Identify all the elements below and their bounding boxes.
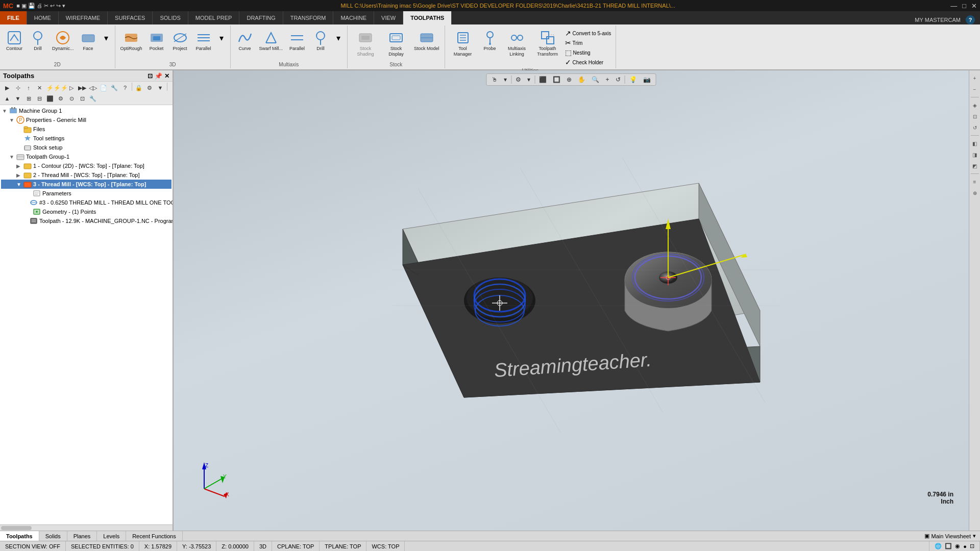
tp-btn-toggle-op[interactable]: ▲ [2, 93, 12, 104]
btn-swarf-mill[interactable]: Swarf Mill... [257, 29, 285, 53]
tp-btn-up[interactable]: ↑ [23, 83, 34, 93]
expand-properties[interactable]: ▼ [9, 117, 16, 123]
bottom-tab-planes[interactable]: Planes [67, 531, 97, 541]
tp-btn-simulate[interactable]: ▶▶ [77, 83, 87, 93]
strip-btn-4[interactable]: ⊡ [970, 112, 979, 121]
viewsheet-dropdown[interactable]: ▾ [973, 533, 976, 539]
h-scrollbar[interactable] [0, 524, 173, 531]
vp-select-btn[interactable]: ⬛ [537, 75, 549, 84]
tp-btn-toggle-all[interactable]: ▼ [13, 93, 23, 104]
tree-tool-settings[interactable]: ▶ Tool settings [1, 134, 172, 143]
strip-btn-5[interactable]: ↺ [970, 123, 979, 132]
expand-op2[interactable]: ▶ [16, 172, 23, 178]
vp-settings-drop[interactable]: ▾ [525, 75, 532, 84]
tree-properties[interactable]: ▼ P Properties - Generic Mill [1, 115, 172, 124]
status-icon-2[interactable]: 🔲 [945, 543, 952, 549]
btn-stock-display[interactable]: Stock Display [381, 29, 411, 58]
bottom-tab-levels[interactable]: Levels [97, 531, 126, 541]
strip-btn-1[interactable]: + [970, 73, 979, 83]
tp-btn-lock[interactable]: 🔒 [134, 83, 144, 93]
tp-btn-regen-all[interactable]: ⚡⚡ [56, 83, 66, 93]
tree-geometry[interactable]: ▶ Geometry - (1) Points [1, 207, 172, 216]
tree-op3[interactable]: ▼ 3 - Thread Mill - [WCS: Top] - [Tplane… [1, 180, 172, 189]
status-icon-4[interactable]: ● [963, 543, 967, 549]
tree-op2[interactable]: ▶ 2 - Thread Mill - [WCS: Top] - [Tplane… [1, 170, 172, 180]
bottom-tab-recent[interactable]: Recent Functions [126, 531, 183, 541]
btn-drill-multi[interactable]: Drill [309, 29, 332, 53]
tab-wireframe[interactable]: WIREFRAME [59, 11, 108, 24]
tp-btn-highfeed[interactable]: 🔧 [109, 83, 119, 93]
tab-toolpaths[interactable]: TOOLPATHS [403, 11, 452, 24]
expand-op1[interactable]: ▶ [16, 163, 23, 169]
expand-op3[interactable]: ▼ [16, 182, 23, 187]
btn-project[interactable]: Project [169, 29, 191, 53]
tree-tool-ref[interactable]: ▶ #3 - 0.6250 THREAD MILL - THREAD MILL … [1, 198, 172, 207]
strip-btn-2[interactable]: − [970, 85, 979, 94]
btn-dynamic[interactable]: Dynamic... [50, 29, 76, 53]
bottom-tab-solids[interactable]: Solids [39, 531, 67, 541]
btn-nesting[interactable]: ⬚ Nesting [564, 48, 613, 57]
vp-target-btn[interactable]: ⊕ [565, 75, 574, 84]
minimize-button[interactable]: — [950, 2, 957, 10]
status-icon-5[interactable]: ⊡ [970, 543, 974, 549]
btn-trim[interactable]: ✂ Trim [564, 38, 613, 47]
my-mastercam-label[interactable]: MY MASTERCAM [915, 17, 961, 23]
vp-pan-btn[interactable]: ✋ [576, 75, 587, 84]
tp-btn-a1[interactable]: ⬛ [45, 93, 55, 104]
panel-undock-icon[interactable]: ⊡ [148, 72, 153, 80]
tp-btn-settings[interactable]: ⚙ [144, 83, 155, 93]
tree-parameters[interactable]: ▶ Parameters [1, 189, 172, 198]
btn-parallel-multi[interactable]: Parallel [286, 29, 308, 53]
btn-probe[interactable]: Probe [479, 29, 501, 53]
tp-btn-backplot[interactable]: ◁▷ [88, 83, 98, 93]
tab-transform[interactable]: TRANSFORM [283, 11, 334, 24]
tab-solids[interactable]: SOLIDS [153, 11, 188, 24]
strip-btn-9[interactable]: ≡ [970, 177, 979, 186]
maximize-button[interactable]: □ [962, 2, 966, 10]
strip-btn-8[interactable]: ◩ [970, 161, 979, 170]
quick-access-icons[interactable]: ■ ▣ 💾 🖨 ✂ ↩ ↪ ▾ [16, 3, 65, 9]
close-button[interactable]: ✕ [971, 2, 977, 10]
strip-btn-6[interactable]: ◧ [970, 139, 979, 148]
tp-btn-expand[interactable]: ⊞ [23, 93, 34, 104]
tp-btn-verify[interactable]: ▷ [66, 83, 77, 93]
tree-machine-group[interactable]: ▼ Machine Group 1 [1, 106, 172, 115]
btn-drill[interactable]: Drill [27, 29, 49, 53]
tree-stock-setup[interactable]: ▶ Stock setup [1, 143, 172, 152]
panel-pin-icon[interactable]: 📌 [155, 72, 162, 80]
tree-toolpath-entry[interactable]: ▶ Toolpath - 12.9K - MACHINE_GROUP-1.NC … [1, 216, 172, 226]
btn-convert-5axis[interactable]: ↗ Convert to 5-axis [564, 29, 613, 38]
tp-btn-filter[interactable]: ▼ [155, 83, 165, 93]
tp-btn-a4[interactable]: ⊡ [77, 93, 87, 104]
btn-contour[interactable]: Contour [3, 29, 26, 53]
expand-machine[interactable]: ▼ [2, 108, 9, 114]
tp-btn-help[interactable]: ? [120, 83, 130, 93]
vp-light-btn[interactable]: 💡 [627, 75, 639, 84]
vp-zoom-btn[interactable]: 🔍 [590, 75, 601, 84]
btn-stock-shading[interactable]: Stock Shading [351, 29, 380, 58]
vp-rotate-btn[interactable]: ↺ [614, 75, 623, 84]
btn-face[interactable]: Face [77, 29, 100, 53]
tab-drafting[interactable]: DRAFTING [239, 11, 283, 24]
strip-btn-3[interactable]: ◈ [970, 101, 979, 110]
vp-cursor-drop[interactable]: ▾ [502, 75, 509, 84]
tp-btn-collapse[interactable]: ⊟ [34, 93, 44, 104]
vp-camera-btn[interactable]: 📷 [641, 75, 653, 84]
btn-pocket[interactable]: Pocket [145, 29, 168, 53]
tab-surfaces[interactable]: SURFACES [108, 11, 153, 24]
btn-tool-manager[interactable]: Tool Manager [448, 29, 478, 58]
btn-2d-more[interactable]: ▾ [101, 29, 112, 47]
status-icon-3[interactable]: ◉ [955, 543, 960, 549]
btn-check-holder[interactable]: ✓ Check Holder [564, 58, 613, 67]
panel-close-icon[interactable]: ✕ [164, 72, 169, 80]
btn-curve[interactable]: Curve [234, 29, 256, 53]
tp-btn-a5[interactable]: 🔧 [88, 93, 98, 104]
status-icon-1[interactable]: 🌐 [935, 543, 942, 549]
tab-model-prep[interactable]: MODEL PREP [188, 11, 240, 24]
help-button[interactable]: ? [966, 15, 975, 24]
tp-btn-a2[interactable]: ⚙ [56, 93, 66, 104]
tree-op1[interactable]: ▶ 1 - Contour (2D) - [WCS: Top] - [Tplan… [1, 161, 172, 170]
btn-optirough[interactable]: OptiRough [118, 29, 144, 53]
btn-stock-model[interactable]: Stock Model [412, 29, 442, 53]
btn-multiaxis-linking[interactable]: Multiaxis Linking [502, 29, 532, 58]
